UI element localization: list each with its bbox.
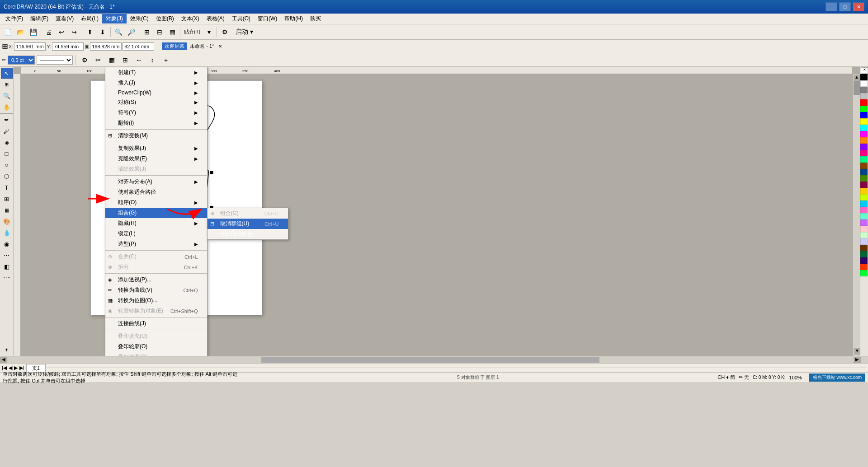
zoom-in-button[interactable]: 🔍: [113, 26, 124, 38]
w-input[interactable]: [90, 42, 122, 51]
prop-btn2[interactable]: ✂: [92, 54, 104, 66]
menu-clear-effect[interactable]: 清除效果(J): [105, 164, 207, 174]
color-maroon[interactable]: [860, 182, 868, 188]
tool-blend[interactable]: ⋯: [1, 250, 13, 261]
maximize-button[interactable]: □: [839, 2, 851, 11]
options-button[interactable]: ⚙: [219, 26, 231, 38]
page-prev-button[interactable]: ◀: [9, 365, 12, 371]
save-button[interactable]: 💾: [27, 26, 39, 38]
export-button[interactable]: ⬇: [97, 26, 108, 38]
prop-btn7[interactable]: +: [160, 54, 172, 66]
menu-order[interactable]: 顺序(O) ▶: [105, 197, 207, 208]
no-color-swatch[interactable]: ✕: [861, 67, 868, 74]
print-button[interactable]: 🖨: [43, 26, 55, 38]
tool-fill[interactable]: ▦: [1, 205, 13, 215]
color-gray50[interactable]: [860, 87, 868, 93]
tool-text[interactable]: T: [1, 182, 13, 193]
menu-convert-bitmap[interactable]: ▦ 转换为位图(O)...: [105, 295, 207, 306]
color-blue[interactable]: [860, 112, 868, 118]
x-input[interactable]: [14, 42, 46, 51]
menu-table[interactable]: 表格(A): [203, 14, 228, 23]
menu-convert-curves[interactable]: ✏ 转换为曲线(V) Ctrl+Q: [105, 285, 207, 295]
menu-layout[interactable]: 布局(L): [77, 14, 102, 23]
scrollbar-track[interactable]: [7, 357, 854, 363]
color-violet[interactable]: [860, 219, 868, 226]
tool-pan[interactable]: ✋: [1, 102, 13, 112]
menu-bitmap[interactable]: 位图(B): [152, 14, 178, 23]
color-mint[interactable]: [860, 213, 868, 219]
scroll-down-button[interactable]: ▼: [854, 348, 860, 355]
color-redorange[interactable]: [860, 264, 868, 270]
close-button[interactable]: ✕: [853, 2, 864, 11]
color-lavender[interactable]: [860, 238, 868, 245]
color-cyan[interactable]: [860, 125, 868, 131]
prop-btn6[interactable]: ↕: [146, 54, 158, 66]
tool-ellipse[interactable]: ○: [1, 159, 13, 170]
scroll-thumb[interactable]: [854, 81, 860, 95]
tool-smudge[interactable]: 〰: [1, 272, 13, 283]
color-darkgreen[interactable]: [860, 251, 868, 257]
prop-btn1[interactable]: ⚙: [79, 54, 90, 66]
undo-button[interactable]: ↩: [56, 26, 67, 38]
color-skyblue[interactable]: [860, 201, 868, 207]
menu-outline-to-obj[interactable]: ◉ 轮廓转换为对象(E) Ctrl+Shift+Q: [105, 306, 207, 316]
startup-button[interactable]: 启动 ▾: [231, 26, 257, 38]
color-olive[interactable]: [860, 175, 868, 182]
tool-shadow[interactable]: ◧: [1, 261, 13, 272]
menu-help[interactable]: 帮助(H): [281, 14, 307, 23]
color-pink[interactable]: [860, 207, 868, 213]
color-silver[interactable]: [860, 93, 868, 99]
menu-create[interactable]: 创建(T) ▶: [105, 67, 207, 78]
menu-hide[interactable]: 隐藏(H) ▶: [105, 218, 207, 229]
lang-indicator[interactable]: CH ♦ 简: [717, 374, 735, 381]
menu-symbol[interactable]: 符号(Y) ▶: [105, 107, 207, 118]
menu-symmetry[interactable]: 对称(S) ▶: [105, 97, 207, 107]
submenu-ungroup-all[interactable]: 全部取消组合: [208, 229, 288, 239]
welcome-screen-label[interactable]: 欢迎屏幕: [162, 42, 187, 50]
menu-flip[interactable]: 翻转(I) ▶: [105, 118, 207, 128]
tool-contour[interactable]: ◉: [1, 238, 13, 249]
color-greenblue[interactable]: [860, 270, 868, 276]
menu-lock[interactable]: 锁定(L): [105, 229, 207, 239]
scroll-up-button[interactable]: ▲: [854, 75, 860, 81]
menu-overprint-fill[interactable]: 叠印填充(O): [105, 331, 207, 341]
page-last-button[interactable]: ▶|: [19, 365, 24, 371]
guide-button[interactable]: ▦: [166, 26, 178, 38]
snap-options[interactable]: ▾: [203, 26, 215, 38]
menu-join-curves[interactable]: 连接曲线(J): [105, 318, 207, 329]
menu-add-perspective[interactable]: ◈ 添加透视(P)...: [105, 275, 207, 285]
menu-edit[interactable]: 编辑(E): [27, 14, 52, 23]
menu-buy[interactable]: 购买: [307, 14, 325, 23]
color-red[interactable]: [860, 99, 868, 106]
submenu-group-action[interactable]: ⊞ 组合(G) Ctrl+G: [208, 208, 288, 219]
menu-insert[interactable]: 插入(J) ▶: [105, 78, 207, 88]
open-button[interactable]: 📂: [14, 26, 26, 38]
tool-select[interactable]: ↖: [1, 68, 13, 79]
tool-shape[interactable]: ◈: [1, 137, 13, 148]
tool-zoom[interactable]: 🔍: [1, 90, 13, 101]
tool-add[interactable]: +: [1, 344, 13, 355]
scroll-h-thumb[interactable]: [261, 357, 600, 363]
menu-powerclip[interactable]: PowerClip(W) ▶: [105, 88, 207, 97]
color-chartreuse[interactable]: [860, 194, 868, 201]
menu-overprint-outline[interactable]: 叠印轮廓(O): [105, 341, 207, 352]
tool-pen[interactable]: 🖊: [1, 126, 13, 136]
menu-copy-effect[interactable]: 复制效果(J) ▶: [105, 143, 207, 154]
line-style-select[interactable]: —————— - - - - -: [37, 56, 73, 65]
color-spring[interactable]: [860, 156, 868, 163]
color-black[interactable]: [860, 74, 868, 80]
menu-align-distribute[interactable]: 对齐与分布(A) ▶: [105, 177, 207, 187]
menu-effects[interactable]: 效果(C): [127, 14, 152, 23]
tool-bezier[interactable]: ✒: [1, 114, 13, 125]
menu-group[interactable]: 组合(G) ▶ ⊞ 组合(G) Ctrl+G ⊟ 取消群组(U) Ctrl+U: [105, 208, 207, 218]
menu-split[interactable]: ⊗ 拆分 Ctrl+K: [105, 262, 207, 272]
menu-overprint-bitmap[interactable]: 叠加位图(O): [105, 352, 207, 356]
tool-rect[interactable]: □: [1, 148, 13, 159]
scroll-left-button[interactable]: ◀: [0, 357, 7, 363]
page-first-button[interactable]: |◀: [2, 365, 7, 371]
y-input[interactable]: [52, 42, 84, 51]
color-lightgreen[interactable]: [860, 232, 868, 238]
color-brown[interactable]: [860, 163, 868, 169]
color-purple[interactable]: [860, 144, 868, 150]
tool-table[interactable]: ⊞: [1, 193, 13, 204]
